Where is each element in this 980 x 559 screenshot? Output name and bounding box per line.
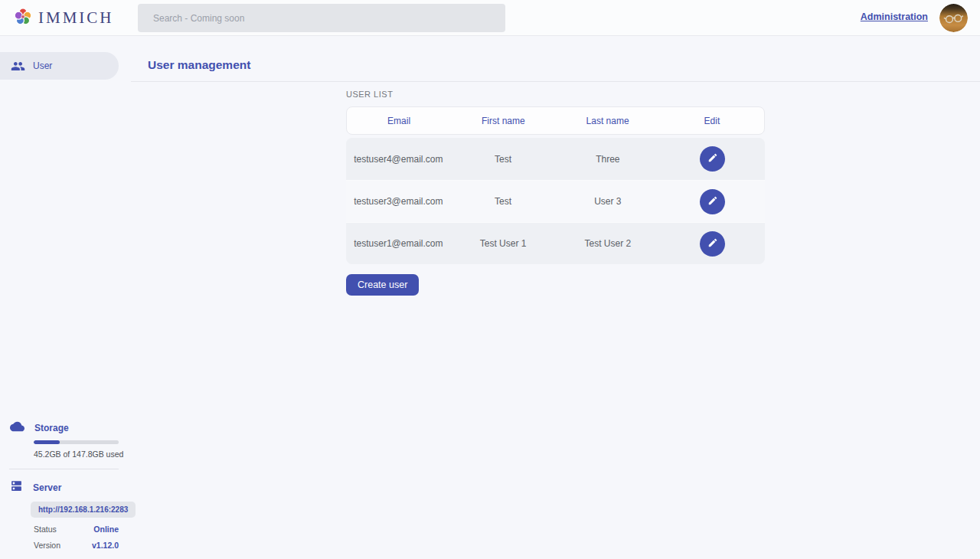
server-section-header: Server: [10, 479, 130, 495]
table-row: testuser3@email.com Test User 3: [346, 180, 765, 222]
column-header-first-name: First name: [451, 116, 555, 126]
user-avatar[interactable]: [939, 4, 968, 32]
server-version-row: Version v1.12.0: [34, 541, 119, 550]
user-first-name: Test: [451, 196, 556, 207]
storage-title: Storage: [34, 423, 69, 433]
user-first-name: Test: [451, 154, 556, 165]
main-content: User management USER LIST Email First na…: [130, 36, 980, 559]
server-title: Server: [33, 482, 61, 493]
sidebar-status-panel: Storage 45.2GB of 147.8GB used Server ht…: [0, 421, 130, 550]
sidebar-item-user-label: User: [33, 60, 52, 71]
page-title: User management: [148, 58, 250, 72]
server-status-row: Status Online: [34, 525, 119, 534]
section-title: USER LIST: [346, 90, 765, 99]
user-email: testuser4@email.com: [346, 154, 451, 165]
user-first-name: Test User 1: [451, 238, 556, 249]
sidebar-divider: [9, 469, 119, 469]
user-list-section: USER LIST Email First name Last name Edi…: [346, 90, 765, 296]
sidebar-item-user[interactable]: User: [0, 52, 119, 80]
pencil-icon: [707, 152, 718, 165]
storage-progress-fill: [34, 440, 60, 444]
sidebar: User Storage 45.2GB of 147.8GB used: [0, 36, 130, 559]
storage-progress-bar: [34, 440, 119, 444]
user-email: testuser3@email.com: [346, 196, 451, 207]
top-bar: IMMICH Administration: [0, 0, 980, 36]
people-icon: [11, 59, 25, 74]
administration-link[interactable]: Administration: [861, 11, 928, 22]
status-value: Online: [93, 525, 119, 534]
user-email: testuser1@email.com: [346, 238, 451, 249]
app-title: IMMICH: [38, 8, 114, 28]
pencil-icon: [707, 195, 718, 208]
column-header-email: Email: [347, 116, 451, 126]
edit-user-button[interactable]: [700, 231, 725, 257]
immich-flower-icon: [12, 5, 34, 30]
column-header-edit: Edit: [660, 116, 764, 126]
search-input[interactable]: [138, 4, 505, 32]
cloud-icon: [10, 421, 24, 435]
version-value: v1.12.0: [92, 541, 119, 550]
storage-usage-text: 45.2GB of 147.8GB used: [34, 449, 130, 459]
app-logo[interactable]: IMMICH: [12, 5, 114, 30]
user-last-name: User 3: [556, 196, 661, 207]
table-row: testuser4@email.com Test Three: [346, 138, 765, 180]
column-header-last-name: Last name: [556, 116, 660, 126]
storage-section-header: Storage: [10, 421, 130, 435]
status-label: Status: [34, 525, 57, 534]
server-section: Server http://192.168.1.216:2283 Status …: [0, 479, 130, 550]
server-url-chip: http://192.168.1.216:2283: [31, 502, 136, 518]
version-label: Version: [34, 541, 60, 550]
pencil-icon: [707, 237, 718, 250]
user-table-body: testuser4@email.com Test Three testuser3…: [346, 138, 765, 264]
edit-user-button[interactable]: [700, 189, 725, 214]
server-icon: [10, 479, 23, 495]
table-row: testuser1@email.com Test User 1 Test Use…: [346, 222, 765, 264]
user-last-name: Three: [556, 154, 661, 165]
user-last-name: Test User 2: [556, 238, 661, 249]
user-table-header: Email First name Last name Edit: [346, 106, 765, 135]
create-user-button[interactable]: Create user: [346, 274, 419, 296]
edit-user-button[interactable]: [700, 146, 725, 172]
title-divider: [131, 81, 980, 82]
